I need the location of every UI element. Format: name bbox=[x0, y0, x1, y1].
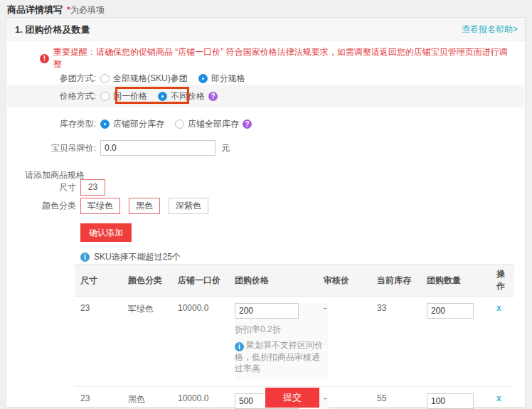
radio-partial-spec[interactable]: 部分规格 bbox=[198, 73, 245, 85]
radio-partial-stock[interactable]: 店铺部分库存 bbox=[100, 118, 164, 130]
color-option-army-green[interactable]: 军绿色 bbox=[80, 198, 120, 214]
group-price-input[interactable] bbox=[235, 303, 299, 319]
cell-stock: 55 bbox=[371, 387, 421, 409]
header-color: 颜色分类 bbox=[122, 265, 172, 297]
quantity-input[interactable] bbox=[427, 303, 474, 319]
radio-checked-icon bbox=[198, 74, 208, 83]
cell-audit-price: - bbox=[318, 387, 371, 409]
group-buy-detail-page: 商品详情填写*为必填项 1. 团购价格及数量 查看报名帮助> ! 重要提醒：请确… bbox=[0, 0, 532, 409]
discount-rate-note: 折扣率0.2折 bbox=[235, 324, 324, 336]
header-action: 操作 bbox=[491, 265, 514, 297]
warning-text: 重要提醒：请确保您的促销商品 “店铺一口价” 符合国家价格法律法规要求，如需调整… bbox=[53, 46, 511, 70]
group-price-panel: 1. 团购价格及数量 查看报名帮助> ! 重要提醒：请确保您的促销商品 “店铺一… bbox=[6, 17, 526, 408]
price-law-warning: ! 重要提醒：请确保您的促销商品 “店铺一口价” 符合国家价格法律法规要求，如需… bbox=[40, 46, 511, 70]
radio-partial-spec-label: 部分规格 bbox=[211, 73, 245, 85]
cell-action: x bbox=[491, 387, 514, 409]
page-header: 商品详情填写*为必填项 bbox=[7, 4, 105, 16]
header-group-price: 团购价格 bbox=[229, 265, 318, 297]
delete-row-link[interactable]: x bbox=[496, 393, 501, 403]
tag-price-label: 宝贝吊牌价: bbox=[6, 142, 96, 154]
section-header: 1. 团购价格及数量 查看报名帮助> bbox=[6, 18, 525, 41]
color-option-black[interactable]: 黑色 bbox=[129, 198, 160, 214]
size-option-23[interactable]: 23 bbox=[80, 179, 105, 196]
stock-type-row: 库存类型: 店铺部分库存 店铺全部库存 ? bbox=[6, 115, 252, 133]
sku-row-1: 23 军绿色 10000.0 折扣率0.2折 i聚划算不支持区间价格，低折扣商品… bbox=[75, 297, 514, 387]
radio-all-stock[interactable]: 店铺全部库存 bbox=[175, 118, 239, 130]
cell-color: 军绿色 bbox=[122, 297, 172, 387]
sku-limit-note: i SKU选择不能超过25个 bbox=[80, 251, 181, 263]
size-spec-row: 尺寸 23 bbox=[6, 179, 105, 196]
color-spec-row: 颜色分类 军绿色 黑色 深紫色 bbox=[6, 198, 208, 214]
delete-row-link[interactable]: x bbox=[496, 303, 501, 313]
cell-size: 23 bbox=[75, 387, 122, 409]
tag-price-input[interactable] bbox=[100, 140, 216, 156]
price-type-row: 价格方式: 同一价格 不同价格 ? bbox=[6, 87, 218, 105]
radio-unchecked-icon bbox=[100, 74, 110, 83]
header-audit-price: 审核价 bbox=[318, 265, 371, 297]
radio-checked-icon bbox=[158, 92, 167, 101]
help-icon[interactable]: ? bbox=[208, 92, 218, 101]
page-title: 商品详情填写 bbox=[7, 4, 63, 15]
confirm-add-button[interactable]: 确认添加 bbox=[80, 223, 132, 242]
color-option-dark-purple[interactable]: 深紫色 bbox=[169, 198, 208, 214]
radio-partial-stock-label: 店铺部分库存 bbox=[113, 118, 164, 130]
cell-color: 黑色 bbox=[122, 387, 172, 409]
price-tip: i聚划算不支持区间价格，低折扣商品审核通过率高 bbox=[235, 339, 326, 374]
cell-audit-price: - bbox=[318, 297, 371, 387]
info-icon: i bbox=[80, 253, 90, 262]
cell-shop-price: 10000.0 bbox=[172, 297, 229, 387]
signup-help-link[interactable]: 查看报名帮助> bbox=[462, 18, 518, 41]
radio-checked-icon bbox=[100, 119, 110, 129]
cell-group-price: 折扣率0.2折 i聚划算不支持区间价格，低折扣商品审核通过率高 bbox=[229, 297, 318, 387]
required-note: 为必填项 bbox=[70, 5, 105, 15]
radio-different-price[interactable]: 不同价格 bbox=[158, 90, 205, 102]
sku-limit-text: SKU选择不能超过25个 bbox=[94, 251, 181, 263]
cell-size: 23 bbox=[75, 297, 122, 387]
size-label: 尺寸 bbox=[6, 181, 76, 193]
quantity-input[interactable] bbox=[427, 393, 474, 409]
header-stock: 当前库存 bbox=[371, 265, 421, 297]
radio-different-price-label: 不同价格 bbox=[171, 90, 205, 102]
radio-all-sku[interactable]: 全部规格(SKU)参团 bbox=[100, 73, 188, 85]
price-type-label: 价格方式: bbox=[6, 90, 96, 102]
cell-action: x bbox=[491, 297, 514, 387]
stock-type-label: 库存类型: bbox=[6, 118, 96, 130]
radio-same-price-label: 同一价格 bbox=[113, 90, 147, 102]
submit-button[interactable]: 提交 bbox=[265, 388, 319, 408]
info-icon: i bbox=[235, 342, 244, 351]
sku-table-header-row: 尺寸 颜色分类 店铺一口价 团购价格 审核价 当前库存 团购数量 操作 bbox=[75, 265, 514, 297]
header-quantity: 团购数量 bbox=[421, 265, 491, 297]
radio-all-stock-label: 店铺全部库存 bbox=[188, 118, 239, 130]
cell-shop-price: 10000.0 bbox=[172, 387, 229, 409]
join-type-label: 参团方式: bbox=[6, 73, 96, 85]
cell-stock: 33 bbox=[371, 297, 421, 387]
cell-quantity bbox=[421, 297, 491, 387]
color-label: 颜色分类 bbox=[6, 200, 76, 212]
section-title: 1. 团购价格及数量 bbox=[15, 18, 90, 41]
radio-all-sku-label: 全部规格(SKU)参团 bbox=[113, 73, 188, 85]
warning-icon: ! bbox=[40, 54, 49, 63]
group-price-block: 折扣率0.2折 i聚划算不支持区间价格，低折扣商品审核通过率高 bbox=[235, 303, 329, 380]
header-size: 尺寸 bbox=[75, 265, 122, 297]
tag-price-row: 宝贝吊牌价: 元 bbox=[6, 139, 230, 157]
help-icon[interactable]: ? bbox=[243, 119, 252, 129]
radio-unchecked-icon bbox=[175, 119, 184, 129]
price-tip-text: 聚划算不支持区间价格，低折扣商品审核通过率高 bbox=[235, 340, 323, 373]
header-shop-price: 店铺一口价 bbox=[172, 265, 229, 297]
cell-quantity bbox=[421, 387, 491, 409]
tag-price-unit: 元 bbox=[221, 142, 230, 154]
radio-same-price[interactable]: 同一价格 bbox=[100, 90, 147, 102]
radio-unchecked-icon bbox=[100, 92, 110, 101]
